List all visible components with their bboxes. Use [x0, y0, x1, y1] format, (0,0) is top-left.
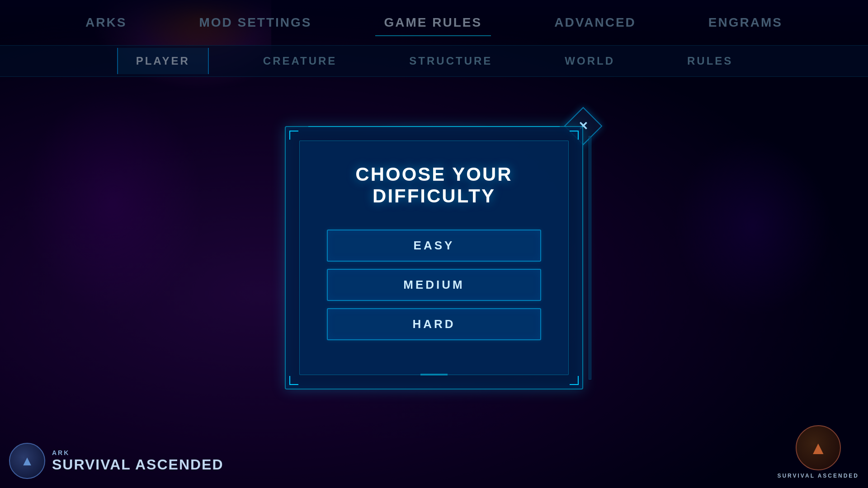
scroll-track[interactable] [589, 136, 591, 380]
difficulty-btn-medium[interactable]: MEDIUM [327, 269, 541, 301]
difficulty-buttons-container: EASYMEDIUMHARD [327, 230, 541, 340]
corner-tl-decoration [289, 131, 298, 140]
dialog-inner-panel: CHOOSE YOUR DIFFICULTY EASYMEDIUMHARD [299, 141, 569, 375]
logo-text-group: ARK SURVIVAL ASCENDED [52, 449, 224, 473]
bottom-right-text: SURVIVAL ASCENDED [777, 473, 859, 479]
ark-label: ARK [52, 449, 224, 456]
difficulty-dialog: ✕ CHOOSE YOUR DIFFICULTY EASYMEDIUMHARD [285, 126, 583, 389]
bottom-left-logo: ARK SURVIVAL ASCENDED [9, 443, 224, 479]
dialog-overlay: ✕ CHOOSE YOUR DIFFICULTY EASYMEDIUMHARD [0, 0, 868, 488]
ark-logo-small [9, 443, 45, 479]
difficulty-btn-hard[interactable]: HARD [327, 308, 541, 340]
corner-br-decoration [570, 376, 579, 385]
survival-ascended-label: SURVIVAL ASCENDED [52, 456, 224, 473]
ark-logo-large [796, 425, 841, 470]
corner-tr-decoration [570, 131, 579, 140]
dialog-title: CHOOSE YOUR DIFFICULTY [327, 164, 541, 207]
bottom-right-logo: SURVIVAL ASCENDED [777, 425, 859, 479]
dialog-outer-panel: CHOOSE YOUR DIFFICULTY EASYMEDIUMHARD [285, 126, 583, 389]
difficulty-btn-easy[interactable]: EASY [327, 230, 541, 262]
corner-bl-decoration [289, 376, 298, 385]
